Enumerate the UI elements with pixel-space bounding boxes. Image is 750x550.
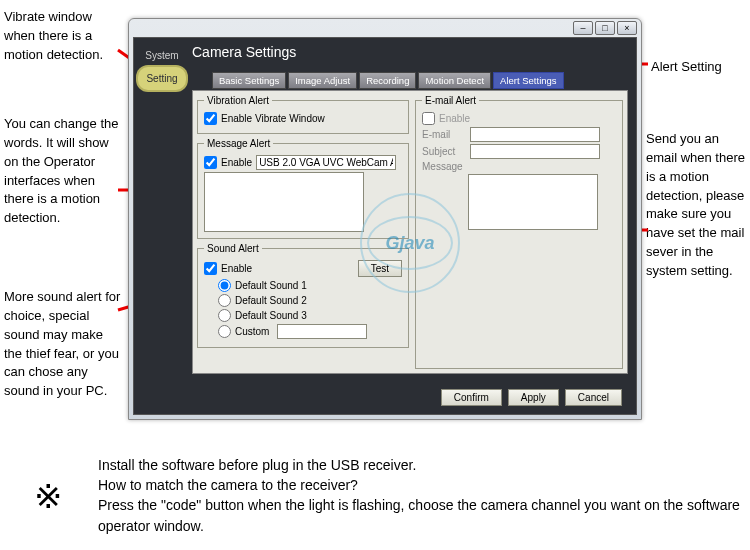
watermark-logo: Gjava <box>360 193 460 293</box>
sound-enable-checkbox[interactable] <box>204 262 217 275</box>
sound-enable-label: Enable <box>221 263 252 274</box>
message-legend: Message Alert <box>204 138 273 149</box>
maximize-button[interactable]: □ <box>595 21 615 35</box>
tab-motion-detect[interactable]: Motion Detect <box>418 72 491 89</box>
asterisk-icon: ※ <box>34 476 62 516</box>
vibration-alert-group: Vibration Alert Enable Vibrate Window <box>197 95 409 134</box>
email-message-textarea <box>468 174 598 230</box>
sidebar-item-setting[interactable]: Setting <box>138 67 186 90</box>
subject-input <box>470 144 600 159</box>
tab-alert-settings[interactable]: Alert Settings <box>493 72 564 89</box>
tab-basic-settings[interactable]: Basic Settings <box>212 72 286 89</box>
annotation-email: Send you an email when there is a motion… <box>646 130 746 281</box>
vibration-legend: Vibration Alert <box>204 95 272 106</box>
content-pane: Vibration Alert Enable Vibrate Window Me… <box>192 90 628 374</box>
annotation-sound: More sound alert for choice, special sou… <box>4 288 124 401</box>
sound-option-3[interactable]: Default Sound 3 <box>218 309 402 322</box>
email-field-label: E-mail <box>422 129 466 140</box>
message-text-input[interactable] <box>256 155 396 170</box>
close-button[interactable]: × <box>617 21 637 35</box>
tab-recording[interactable]: Recording <box>359 72 416 89</box>
sound-option-custom[interactable]: Custom <box>218 324 402 339</box>
tab-image-adjust[interactable]: Image Adjust <box>288 72 357 89</box>
footer-buttons: Confirm Apply Cancel <box>441 389 622 406</box>
vibration-checkbox-label: Enable Vibrate Window <box>221 113 325 124</box>
minimize-button[interactable]: – <box>573 21 593 35</box>
message-textarea[interactable] <box>204 172 364 232</box>
annotation-message: You can change the words. It will show o… <box>4 115 124 228</box>
email-enable-label: Enable <box>439 113 470 124</box>
custom-sound-input[interactable] <box>277 324 367 339</box>
email-enable-row[interactable]: Enable <box>422 112 616 125</box>
message-enable-checkbox[interactable] <box>204 156 217 169</box>
message-enable-label: Enable <box>221 157 252 168</box>
email-enable-checkbox[interactable] <box>422 112 435 125</box>
sidebar-item-system[interactable]: System <box>138 44 186 67</box>
page-title: Camera Settings <box>192 44 296 60</box>
emsg-field-label: Message <box>422 161 466 172</box>
cancel-button[interactable]: Cancel <box>565 389 622 406</box>
vibration-checkbox[interactable] <box>204 112 217 125</box>
sound-option-1[interactable]: Default Sound 1 <box>218 279 402 292</box>
sound-legend: Sound Alert <box>204 243 262 254</box>
vibration-checkbox-row[interactable]: Enable Vibrate Window <box>204 112 402 125</box>
apply-button[interactable]: Apply <box>508 389 559 406</box>
annotation-alert-setting: Alert Setting <box>651 58 746 77</box>
dark-pane: System Setting Camera Settings Basic Set… <box>133 37 637 415</box>
annotation-install: Install the software before plug in the … <box>98 455 740 536</box>
settings-window: – □ × System Setting Camera Settings Bas… <box>128 18 642 420</box>
email-input <box>470 127 600 142</box>
tabs: Basic Settings Image Adjust Recording Mo… <box>212 72 564 89</box>
confirm-button[interactable]: Confirm <box>441 389 502 406</box>
annotation-vibrate: Vibrate window when there is a motion de… <box>4 8 124 65</box>
sound-option-2[interactable]: Default Sound 2 <box>218 294 402 307</box>
subject-field-label: Subject <box>422 146 466 157</box>
sidebar: System Setting <box>138 44 186 90</box>
titlebar: – □ × <box>129 19 641 37</box>
email-legend: E-mail Alert <box>422 95 479 106</box>
